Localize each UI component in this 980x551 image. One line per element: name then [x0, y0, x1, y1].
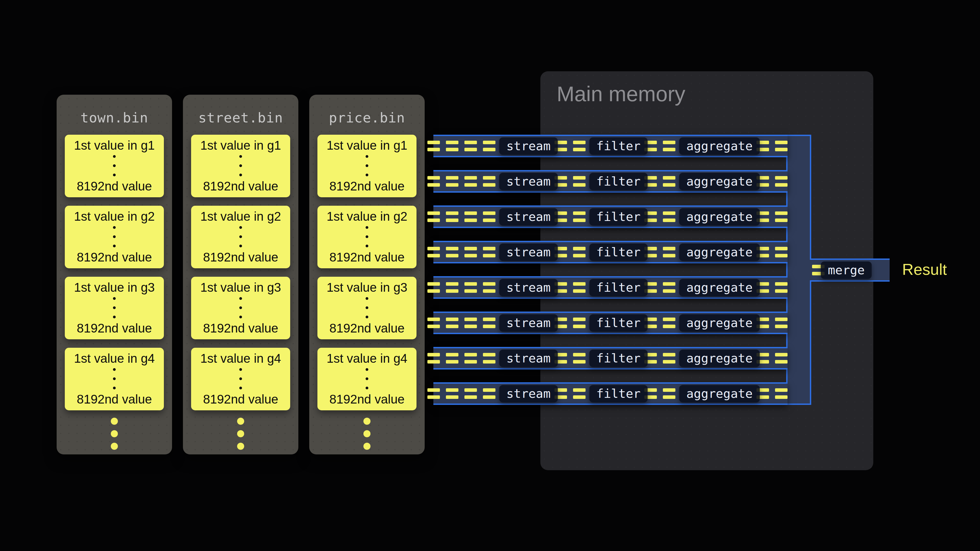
equals-token-icon — [446, 141, 458, 151]
ellipsis-icon — [113, 155, 116, 176]
equals-token-icon — [483, 176, 495, 187]
group-last-value: 8192nd value — [203, 392, 278, 407]
equals-token-icon — [483, 388, 495, 399]
equals-token-icon — [446, 353, 458, 364]
equals-token-icon — [573, 353, 585, 364]
group-first-value: 1st value in g4 — [74, 351, 155, 366]
pipeline-op-box: aggregate — [679, 243, 760, 261]
pipeline-op-box: filter — [589, 208, 648, 225]
equals-token-icon — [446, 282, 458, 293]
pipeline-row: stream filter aggregate — [433, 135, 788, 157]
pipeline-row: stream filter aggregate — [433, 170, 788, 193]
pipeline-op-box: aggregate — [679, 314, 760, 332]
equals-token-icon — [483, 141, 495, 151]
equals-token-icon — [483, 211, 495, 222]
equals-token-icon — [573, 247, 585, 257]
group-card: 1st value in g3 8192nd value — [191, 277, 290, 339]
pipeline-row: stream filter aggregate — [433, 382, 788, 405]
pipeline-op-box: aggregate — [679, 137, 760, 155]
equals-token-icon — [663, 176, 675, 187]
equals-token-icon — [483, 282, 495, 293]
pipeline-op-box: filter — [589, 279, 648, 296]
more-groups-ellipsis-icon — [57, 418, 172, 450]
ellipsis-icon — [239, 368, 242, 389]
group-card-list: 1st value in g1 8192nd value 1st value i… — [183, 126, 298, 410]
equals-token-icon — [775, 247, 788, 257]
group-card: 1st value in g4 8192nd value — [317, 348, 417, 410]
group-first-value: 1st value in g2 — [327, 209, 407, 224]
pipeline-rows: stream filter aggregate — [433, 135, 788, 418]
group-first-value: 1st value in g1 — [74, 138, 155, 152]
pipeline-op-box: stream — [499, 279, 558, 296]
group-card: 1st value in g3 8192nd value — [65, 277, 164, 339]
equals-token-icon — [446, 247, 458, 257]
pipeline-op-box: stream — [499, 243, 558, 261]
group-first-value: 1st value in g4 — [200, 351, 281, 366]
equals-token-icon — [775, 388, 788, 399]
equals-token-icon — [663, 318, 675, 328]
group-card: 1st value in g1 8192nd value — [317, 135, 417, 197]
pipeline-op-box: filter — [589, 314, 648, 332]
ellipsis-icon — [239, 226, 242, 247]
group-card: 1st value in g1 8192nd value — [191, 135, 290, 197]
group-card: 1st value in g1 8192nd value — [65, 135, 164, 197]
equals-token-icon — [663, 247, 675, 257]
equals-token-icon — [775, 141, 788, 151]
group-card: 1st value in g2 8192nd value — [317, 206, 417, 268]
equals-token-icon — [775, 353, 788, 364]
pipeline-op-box: aggregate — [679, 385, 760, 402]
ellipsis-icon — [366, 368, 368, 389]
equals-token-icon — [775, 211, 788, 222]
pipeline-row: stream filter aggregate — [433, 205, 788, 228]
equals-token-icon — [465, 176, 477, 187]
equals-token-icon — [427, 388, 440, 399]
group-last-value: 8192nd value — [203, 179, 278, 194]
equals-token-icon — [775, 282, 788, 293]
file-column: town.bin 1st value in g1 8192nd value 1s… — [57, 95, 172, 454]
equals-token-icon — [465, 318, 477, 328]
group-first-value: 1st value in g3 — [327, 280, 407, 295]
group-first-value: 1st value in g3 — [74, 280, 155, 295]
equals-token-icon — [663, 282, 675, 293]
more-groups-ellipsis-icon — [309, 418, 425, 450]
equals-token-icon — [446, 318, 458, 328]
pipeline-op-box: stream — [499, 314, 558, 332]
pipeline-op-box: aggregate — [679, 279, 760, 296]
ellipsis-icon — [366, 155, 368, 176]
pipeline-op-box: filter — [589, 173, 648, 190]
group-card: 1st value in g3 8192nd value — [317, 277, 417, 339]
group-last-value: 8192nd value — [77, 250, 152, 265]
diagram-stage: Main memory town.bin 1st value in g1 819… — [0, 0, 980, 551]
ellipsis-icon — [239, 155, 242, 176]
pipeline-op-box: filter — [589, 349, 648, 367]
equals-token-icon — [427, 211, 440, 222]
group-last-value: 8192nd value — [77, 321, 152, 335]
equals-token-icon — [446, 211, 458, 222]
group-card: 1st value in g2 8192nd value — [191, 206, 290, 268]
file-name: price.bin — [309, 95, 425, 126]
group-last-value: 8192nd value — [77, 179, 152, 194]
group-first-value: 1st value in g2 — [200, 209, 281, 224]
equals-token-icon — [573, 388, 585, 399]
pipeline-op-box: stream — [499, 208, 558, 225]
pipeline-spine — [786, 135, 811, 405]
equals-token-icon — [427, 353, 440, 364]
file-name: street.bin — [183, 95, 298, 126]
pipeline-row: stream filter aggregate — [433, 276, 788, 299]
pipeline-op-box: stream — [499, 349, 558, 367]
group-last-value: 8192nd value — [203, 321, 278, 335]
equals-token-icon — [427, 318, 440, 328]
equals-token-icon — [465, 141, 477, 151]
ellipsis-icon — [113, 226, 116, 247]
equals-token-icon — [483, 353, 495, 364]
equals-token-icon — [427, 247, 440, 257]
file-name: town.bin — [57, 95, 172, 126]
equals-token-icon — [427, 176, 440, 187]
equals-token-icon — [427, 282, 440, 293]
pipeline-op-box: filter — [589, 137, 648, 155]
pipeline-row: stream filter aggregate — [433, 347, 788, 370]
ellipsis-icon — [113, 297, 116, 318]
ellipsis-icon — [366, 297, 368, 318]
pipeline-op-box: aggregate — [679, 349, 760, 367]
equals-token-icon — [446, 176, 458, 187]
